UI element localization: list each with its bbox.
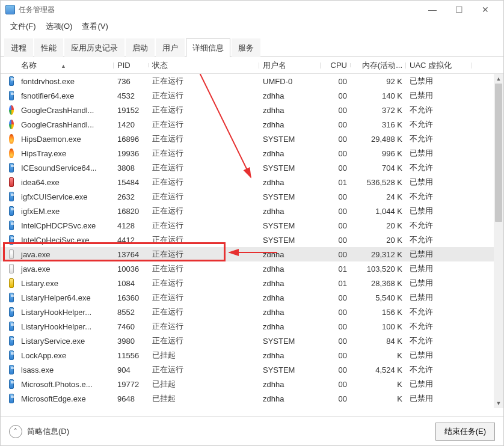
table-row[interactable]: ListaryHookHelper...8552正在运行zdhha00156 K… xyxy=(1,305,503,319)
cell-mem: K xyxy=(351,380,406,389)
process-icon xyxy=(9,120,14,129)
col-uac[interactable]: UAC 虚拟化 xyxy=(406,60,472,71)
table-row[interactable]: java.exe13764正在运行zdhha0029,312 K已禁用 xyxy=(1,247,503,261)
cell-mem: 92 K xyxy=(351,77,406,86)
table-row[interactable]: Microsoft.Photos.e...19772已挂起zdhha00K已禁用 xyxy=(1,377,503,391)
tab-startup[interactable]: 启动 xyxy=(126,38,155,57)
table-body[interactable]: fontdrvhost.exe736正在运行UMFD-00092 K已禁用fsn… xyxy=(1,74,503,408)
titlebar[interactable]: 任务管理器 — ☐ ✕ xyxy=(1,1,503,19)
table-row[interactable]: GoogleCrashHandl...1420正在运行zdhha00316 K不… xyxy=(1,117,503,132)
table-row[interactable]: igfxEM.exe16820正在运行zdhha001,044 K已禁用 xyxy=(1,204,503,218)
cell-cpu: 01 xyxy=(321,264,351,273)
cell-name: ListaryHookHelper... xyxy=(17,308,114,317)
cell-cpu: 00 xyxy=(321,207,351,216)
cell-user: zdhha xyxy=(259,264,321,273)
cell-mem: 140 K xyxy=(351,91,406,100)
process-icon xyxy=(9,76,14,86)
tab-app-history[interactable]: 应用历史记录 xyxy=(64,38,124,57)
cell-name: fsnotifier64.exe xyxy=(17,91,114,100)
col-name[interactable]: 名称▲ xyxy=(17,60,114,71)
fewer-details-label: 简略信息(D) xyxy=(27,426,69,437)
scroll-down-icon[interactable]: ▼ xyxy=(494,399,503,408)
cell-pid: 4412 xyxy=(114,236,149,245)
process-icon xyxy=(9,206,14,216)
cell-cpu: 00 xyxy=(321,120,351,129)
col-state[interactable]: 状态 xyxy=(149,60,259,71)
table-row[interactable]: GoogleCrashHandl...19152正在运行zdhha00372 K… xyxy=(1,103,503,117)
cell-mem: 20 K xyxy=(351,236,406,245)
table-row[interactable]: fontdrvhost.exe736正在运行UMFD-00092 K已禁用 xyxy=(1,74,503,88)
cell-cpu: 00 xyxy=(321,149,351,158)
menu-view[interactable]: 查看(V) xyxy=(78,19,111,34)
table-row[interactable]: fsnotifier64.exe4532正在运行zdhha00140 K已禁用 xyxy=(1,88,503,103)
vertical-scrollbar[interactable]: ▲ ▼ xyxy=(494,74,503,408)
table-row[interactable]: ListaryService.exe3980正在运行SYSTEM0084 K不允… xyxy=(1,334,503,348)
fewer-details-button[interactable]: ˄ 简略信息(D) xyxy=(9,425,69,438)
table-row[interactable]: ICEsoundService64...3808正在运行SYSTEM00704 … xyxy=(1,160,503,175)
table-row[interactable]: HipsTray.exe19936正在运行zdhha00996 K已禁用 xyxy=(1,146,503,160)
col-cpu[interactable]: CPU xyxy=(321,61,351,70)
cell-user: zdhha xyxy=(259,279,321,288)
table-row[interactable]: MicrosoftEdge.exe9648已挂起zdhha00K已禁用 xyxy=(1,391,503,406)
cell-name: HipsDaemon.exe xyxy=(17,135,114,144)
cell-pid: 13764 xyxy=(114,250,149,259)
cell-user: zdhha xyxy=(259,91,321,100)
end-task-button[interactable]: 结束任务(E) xyxy=(435,423,495,441)
menu-options[interactable]: 选项(O) xyxy=(42,19,76,34)
table-row[interactable]: IntelCpHDCPSvc.exe4128正在运行SYSTEM0020 K不允… xyxy=(1,218,503,233)
cell-cpu: 00 xyxy=(321,394,351,403)
process-icon xyxy=(9,249,14,259)
scroll-up-icon[interactable]: ▲ xyxy=(494,74,503,84)
tab-performance[interactable]: 性能 xyxy=(34,38,63,57)
cell-pid: 1084 xyxy=(114,279,149,288)
cell-pid: 736 xyxy=(114,77,149,86)
table-row[interactable]: ListaryHelper64.exe16360正在运行zdhha005,540… xyxy=(1,290,503,305)
menu-file[interactable]: 文件(F) xyxy=(7,19,40,34)
cell-mem: 84 K xyxy=(351,337,406,346)
cell-mem: K xyxy=(351,394,406,403)
col-mem[interactable]: 内存(活动... xyxy=(351,60,406,71)
process-icon xyxy=(9,235,14,245)
cell-state: 正在运行 xyxy=(149,307,259,317)
cell-user: SYSTEM xyxy=(259,337,321,346)
cell-uac: 已禁用 xyxy=(406,263,472,274)
cell-user: zdhha xyxy=(259,293,321,302)
table-row[interactable]: igfxCUIService.exe2632正在运行SYSTEM0024 K不允… xyxy=(1,189,503,204)
table-row[interactable]: HipsDaemon.exe16896正在运行SYSTEM0029,488 K不… xyxy=(1,132,503,146)
scrollbar-thumb[interactable] xyxy=(495,84,502,222)
cell-cpu: 01 xyxy=(321,178,351,187)
cell-pid: 7460 xyxy=(114,322,149,331)
table-row[interactable]: ListaryHookHelper...7460正在运行zdhha00100 K… xyxy=(1,319,503,334)
cell-state: 正在运行 xyxy=(149,148,259,159)
cell-cpu: 00 xyxy=(321,106,351,115)
cell-uac: 不允许 xyxy=(406,234,472,245)
cell-mem: 29,488 K xyxy=(351,135,406,144)
cell-state: 正在运行 xyxy=(149,133,259,144)
close-button[interactable]: ✕ xyxy=(472,1,499,19)
cell-state: 正在运行 xyxy=(149,234,259,245)
table-row[interactable]: idea64.exe15484正在运行zdhha01536,528 K已禁用 xyxy=(1,175,503,189)
tab-users[interactable]: 用户 xyxy=(156,38,185,57)
cell-state: 正在运行 xyxy=(149,119,259,130)
table-row[interactable]: lsass.exe904正在运行SYSTEM004,524 K不允许 xyxy=(1,362,503,377)
cell-uac: 不允许 xyxy=(406,105,472,115)
cell-name: java.exe xyxy=(17,250,114,259)
tab-details[interactable]: 详细信息 xyxy=(186,38,230,57)
table-row[interactable]: IntelCpHeciSvc.exe4412正在运行SYSTEM0020 K不允… xyxy=(1,233,503,247)
cell-uac: 已禁用 xyxy=(406,350,472,361)
cell-cpu: 00 xyxy=(321,351,351,360)
process-table: 名称▲ PID 状态 用户名 CPU 内存(活动... UAC 虚拟化 font… xyxy=(1,57,503,417)
cell-uac: 已禁用 xyxy=(406,292,472,303)
col-pid[interactable]: PID xyxy=(114,61,149,70)
process-icon xyxy=(9,221,14,230)
cell-name: ListaryService.exe xyxy=(17,337,114,346)
cell-pid: 3980 xyxy=(114,337,149,346)
table-row[interactable]: Listary.exe1084正在运行zdhha0128,368 K已禁用 xyxy=(1,276,503,290)
table-row[interactable]: java.exe10036正在运行zdhha01103,520 K已禁用 xyxy=(1,261,503,276)
col-user[interactable]: 用户名 xyxy=(259,60,321,71)
minimize-button[interactable]: — xyxy=(419,1,446,19)
maximize-button[interactable]: ☐ xyxy=(446,1,472,19)
tab-services[interactable]: 服务 xyxy=(232,38,260,57)
tab-processes[interactable]: 进程 xyxy=(4,38,33,57)
table-row[interactable]: LockApp.exe11556已挂起zdhha00K已禁用 xyxy=(1,348,503,362)
